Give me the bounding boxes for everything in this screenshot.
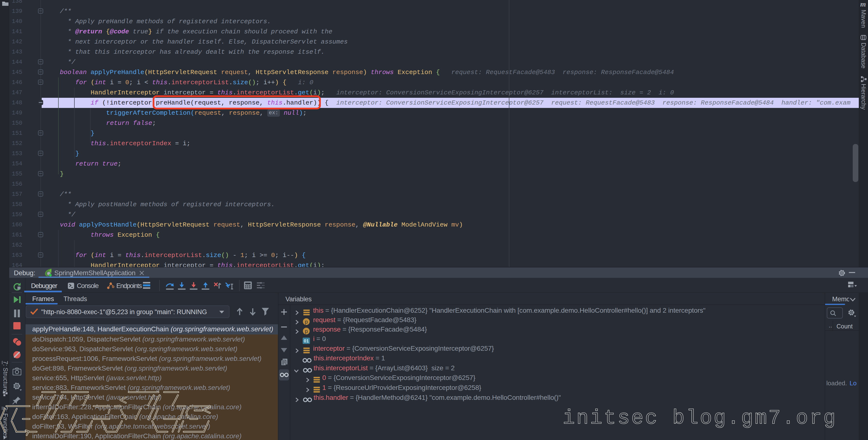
svg-text:01: 01 bbox=[304, 338, 309, 343]
svg-text:p: p bbox=[305, 319, 308, 325]
svg-text:p: p bbox=[305, 328, 308, 334]
